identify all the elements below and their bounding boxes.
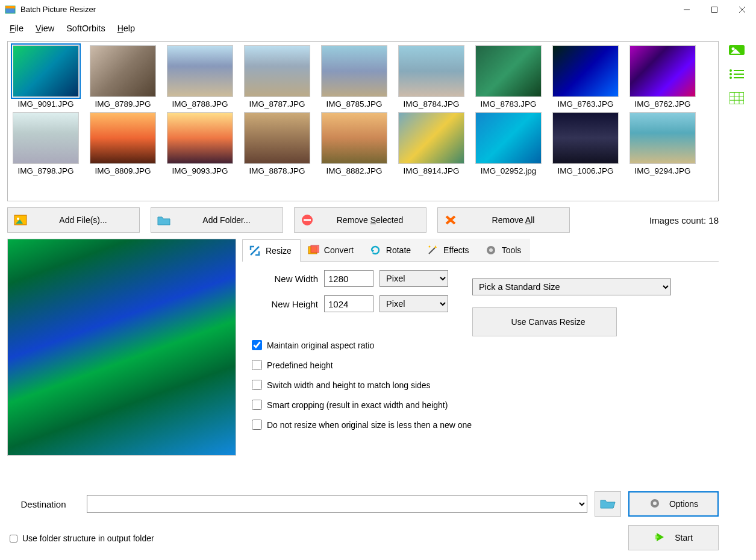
thumbnail-item[interactable]: IMG_8783.JPG xyxy=(474,45,543,109)
thumbnail-image xyxy=(90,112,156,164)
close-button[interactable] xyxy=(728,0,756,19)
svg-rect-1 xyxy=(5,6,15,8)
smart-crop-label: Smart cropping (result in exact width an… xyxy=(267,400,448,410)
thumbnail-panel: IMG_9091.JPGIMG_8789.JPGIMG_8788.JPGIMG_… xyxy=(7,41,719,201)
preview-image xyxy=(7,239,236,456)
window-controls xyxy=(673,0,756,19)
maintain-aspect-checkbox[interactable] xyxy=(252,340,262,350)
menubar: File View SoftOrbits Help xyxy=(0,19,756,37)
convert-icon xyxy=(307,244,319,256)
new-width-input[interactable] xyxy=(324,270,373,287)
window-title: Batch Picture Resizer xyxy=(20,5,673,14)
switch-wh-checkbox[interactable] xyxy=(252,380,262,390)
folder-icon xyxy=(157,214,170,226)
canvas-resize-button[interactable]: Use Canvas Resize xyxy=(472,307,617,336)
add-files-button[interactable]: Add File(s)... xyxy=(7,207,140,233)
width-unit-select[interactable]: Pixel xyxy=(380,270,448,287)
standard-size-select[interactable]: Pick a Standard Size xyxy=(472,278,671,295)
menu-help[interactable]: Help xyxy=(113,21,140,36)
maximize-button[interactable] xyxy=(701,0,728,19)
thumbnail-item[interactable]: IMG_8762.JPG xyxy=(628,45,697,109)
svg-point-25 xyxy=(653,502,657,505)
thumbnail-image xyxy=(398,45,464,97)
view-switcher xyxy=(725,41,749,553)
thumbnail-image xyxy=(398,112,464,164)
thumbnail-item[interactable]: IMG_9091.JPG xyxy=(11,45,80,109)
thumbnail-image xyxy=(244,45,310,97)
menu-view[interactable]: View xyxy=(31,21,59,36)
remove-selected-button[interactable]: Remove Selected xyxy=(294,207,426,233)
destination-select[interactable] xyxy=(87,495,587,513)
view-thumbnails-button[interactable] xyxy=(728,43,746,57)
menu-softorbits[interactable]: SoftOrbits xyxy=(61,21,110,36)
thumbnail-image xyxy=(321,45,387,97)
svg-point-20 xyxy=(489,248,493,252)
thumbnail-item[interactable]: IMG_02952.jpg xyxy=(474,112,543,175)
thumbnail-label: IMG_9093.JPG xyxy=(165,166,235,175)
thumbnail-item[interactable]: IMG_8882.JPG xyxy=(320,112,389,175)
svg-line-16 xyxy=(429,248,435,254)
thumbnail-label: IMG_8783.JPG xyxy=(473,99,543,109)
smart-crop-checkbox[interactable] xyxy=(252,400,262,410)
thumbnail-label: IMG_8762.JPG xyxy=(628,99,698,109)
thumbnail-image xyxy=(475,112,542,164)
thumbnail-item[interactable]: IMG_8914.JPG xyxy=(397,112,466,175)
thumbnail-item[interactable]: IMG_1006.JPG xyxy=(551,112,620,175)
add-folder-button[interactable]: Add Folder... xyxy=(151,207,283,233)
height-unit-select[interactable]: Pixel xyxy=(380,295,448,312)
thumbnail-label: IMG_8784.JPG xyxy=(396,99,466,109)
tab-effects[interactable]: Effects xyxy=(420,239,478,261)
predefined-height-checkbox[interactable] xyxy=(252,360,262,370)
thumbnail-item[interactable]: IMG_8798.JPG xyxy=(11,112,80,175)
tabs: Resize Convert Rotate Effects Tools xyxy=(242,239,719,262)
svg-rect-3 xyxy=(712,7,717,13)
new-width-label: New Width xyxy=(252,274,318,284)
svg-rect-14 xyxy=(311,245,319,253)
maintain-aspect-label: Maintain original aspect ratio xyxy=(267,341,374,350)
svg-point-29 xyxy=(732,48,735,51)
no-upscale-label: Do not resize when original size is less… xyxy=(267,420,472,430)
play-icon xyxy=(654,531,666,545)
thumbnail-label: IMG_02952.jpg xyxy=(473,166,543,175)
thumbnail-image xyxy=(244,112,310,164)
thumbnail-label: IMG_8882.JPG xyxy=(319,166,389,175)
view-grid-button[interactable] xyxy=(728,92,746,105)
thumbnail-item[interactable]: IMG_8785.JPG xyxy=(320,45,389,109)
svg-marker-15 xyxy=(371,250,374,253)
thumbnail-item[interactable]: IMG_9093.JPG xyxy=(166,112,234,175)
menu-file[interactable]: File xyxy=(5,21,28,36)
use-folder-structure-checkbox[interactable] xyxy=(10,535,17,543)
thumbnail-item[interactable]: IMG_8788.JPG xyxy=(166,45,234,109)
tab-convert[interactable]: Convert xyxy=(301,239,363,261)
thumbnail-item[interactable]: IMG_8763.JPG xyxy=(551,45,620,109)
options-button[interactable]: Options xyxy=(628,491,719,517)
thumbnail-image xyxy=(475,45,542,97)
svg-rect-34 xyxy=(734,74,744,75)
tab-resize[interactable]: Resize xyxy=(242,239,301,262)
thumbnail-item[interactable]: IMG_8878.JPG xyxy=(243,112,311,175)
remove-all-button[interactable]: Remove All xyxy=(437,207,570,233)
thumbnail-item[interactable]: IMG_9294.JPG xyxy=(628,112,697,175)
tab-tools[interactable]: Tools xyxy=(478,239,531,261)
thumbnail-label: IMG_8788.JPG xyxy=(165,99,235,109)
remove-all-icon xyxy=(444,214,457,226)
destination-label: Destination xyxy=(7,499,80,509)
thumbnail-item[interactable]: IMG_8789.JPG xyxy=(89,45,157,109)
browse-destination-button[interactable] xyxy=(595,491,621,517)
use-folder-structure-label: Use folder structure in output folder xyxy=(22,533,154,543)
tab-rotate[interactable]: Rotate xyxy=(363,239,420,261)
tab-body-resize: New Width Pixel New Height Pixel xyxy=(242,262,719,484)
thumbnail-item[interactable]: IMG_8809.JPG xyxy=(89,112,157,175)
svg-point-33 xyxy=(729,73,732,75)
view-list-button[interactable] xyxy=(728,68,746,81)
svg-point-31 xyxy=(729,69,732,72)
images-count-label: Images count: 18 xyxy=(649,215,719,225)
minimize-button[interactable] xyxy=(673,0,701,19)
thumbnail-item[interactable]: IMG_8784.JPG xyxy=(397,45,466,109)
start-button[interactable]: Start xyxy=(628,525,719,550)
thumbnail-image xyxy=(552,112,619,164)
thumbnail-item[interactable]: IMG_8787.JPG xyxy=(243,45,311,109)
new-height-input[interactable] xyxy=(324,295,373,312)
no-upscale-checkbox[interactable] xyxy=(252,420,262,430)
thumbnail-image xyxy=(629,112,696,164)
